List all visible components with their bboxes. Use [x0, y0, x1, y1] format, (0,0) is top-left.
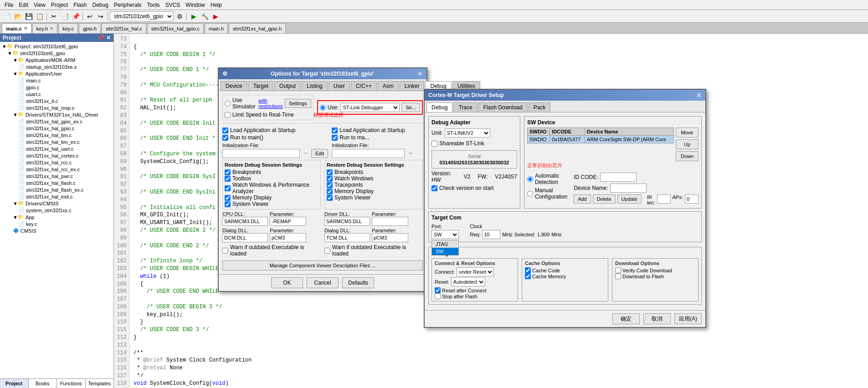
port-select[interactable]: SW JTAG [431, 230, 459, 239]
debugger-settings-btn[interactable]: Se... [401, 103, 420, 112]
tree-item-hal-rcc-ex[interactable]: 📄 stm32f1xx_hal_rcc_ex.c [1, 166, 113, 173]
menu-window[interactable]: Window [183, 1, 208, 9]
options-tab-cc[interactable]: C/C++ [351, 81, 377, 91]
limit-speed-cb[interactable] [225, 112, 231, 118]
options-tab-asm[interactable]: Asm [378, 81, 399, 91]
tree-item-hal-rcc[interactable]: 📄 stm32f1xx_hal_rcc.c [1, 159, 113, 166]
panel-pin-icon[interactable]: 📌 [98, 35, 104, 41]
auto-detect-radio[interactable] [527, 176, 533, 182]
cortex-tab-debug[interactable]: Debug [426, 102, 452, 112]
sysviewer-cb2[interactable] [327, 195, 333, 201]
trace-cb[interactable] [327, 182, 333, 188]
cortex-ok-btn[interactable]: 确定 [612, 313, 640, 324]
restrictions-link[interactable]: with restrictions [258, 98, 283, 109]
watch-cb[interactable] [225, 185, 231, 191]
tab-stm32-hal-gpio-c[interactable]: stm32f1xx_hal_gpio.c [147, 23, 204, 33]
watch-cb2[interactable] [327, 176, 333, 182]
tree-item-root[interactable]: ▼ 📁 Project: stm32f103zet6_gpio [1, 43, 113, 50]
options-defaults-btn[interactable]: Defaults [342, 277, 374, 288]
cortex-close-btn[interactable]: ✕ [696, 92, 702, 99]
debugger-select[interactable]: ST-Link Debugger [340, 103, 400, 112]
tree-item-app-user[interactable]: ▼ 📁 Application/User [1, 70, 113, 77]
use-debugger-radio[interactable] [320, 105, 326, 111]
tree-item-app[interactable]: ▼ 📁 App [1, 214, 113, 220]
jtag-option[interactable]: JTAG [432, 240, 458, 248]
menu-flash[interactable]: Flash [71, 1, 89, 9]
tab-key-h[interactable]: key.h ✕ [32, 23, 57, 33]
tab-main-h[interactable]: main.h [205, 23, 228, 33]
menu-edit[interactable]: Edit [16, 1, 31, 9]
tree-item-hal-uart[interactable]: 📄 stm32f1xx_hal_uart.c [1, 145, 113, 152]
tree-item-gpio-ex[interactable]: 📄 stm32f1xx_hal_gpio_ex.c [1, 118, 113, 125]
tree-item-key[interactable]: 📄 key.c [1, 220, 113, 227]
options-tab-linker[interactable]: Linker [400, 81, 425, 91]
panel-tab-project[interactable]: Project [0, 379, 29, 388]
copy-btn[interactable]: 📑 [60, 11, 70, 21]
tab-main-c[interactable]: main.c ✕ [2, 23, 31, 33]
delete-device-btn[interactable]: Delete [593, 194, 616, 204]
tree-item-hal-cortex[interactable]: 📄 stm32f1xx_hal_cortex.c [1, 152, 113, 159]
sw-device-row[interactable]: SWDIO 0x1BA01477 ARM CoreSight SW-DP (AR… [528, 136, 674, 143]
new-btn[interactable]: 📄 [2, 11, 12, 21]
cache-memory-cb[interactable] [525, 273, 531, 279]
menu-debug[interactable]: Debug [90, 1, 111, 9]
options-cancel-btn[interactable]: Cancel [307, 277, 339, 288]
tree-item-hal-driver[interactable]: ▼ 📁 Drivers/STM32F1xx_HAL_Driver [1, 111, 113, 118]
init-file-input2[interactable] [332, 149, 405, 158]
tree-item-stm32-it[interactable]: 📄 stm32f1xx_it.c [1, 97, 113, 104]
toolbox-cb[interactable] [225, 176, 231, 182]
manage-component-btn[interactable]: Manage Component Viewer Description File… [222, 260, 423, 271]
update-device-btn[interactable]: Update [617, 194, 642, 204]
tree-item-hal-flash-ex[interactable]: 📄 stm32f1xx_hal_flash_ex.c [1, 186, 113, 193]
load-app-cb[interactable] [222, 128, 228, 133]
memory-cb2[interactable] [327, 189, 333, 194]
cache-code-cb[interactable] [525, 267, 531, 273]
menu-file[interactable]: File [2, 1, 16, 9]
paste-btn[interactable]: 📌 [71, 11, 81, 21]
memory-cb[interactable] [225, 195, 231, 201]
tree-item-mdk[interactable]: ▼ 📁 Application/MDK-ARM [1, 56, 113, 63]
tree-item-hal-tim[interactable]: 📄 stm32f1xx_hal_tim.c [1, 132, 113, 138]
panel-tab-templates[interactable]: Templates [86, 379, 114, 388]
build-btn[interactable]: ▶ [189, 11, 199, 21]
menu-project[interactable]: Project [48, 1, 71, 9]
tab-main-c-close[interactable]: ✕ [24, 26, 27, 31]
cortex-apply-btn[interactable]: 应用(A) [674, 313, 702, 324]
tree-item-hal-msp[interactable]: 📄 stm32f1xx_hal_msp.c [1, 104, 113, 111]
save-btn[interactable]: 💾 [24, 11, 34, 21]
idcode-field[interactable] [600, 173, 637, 182]
redo-btn[interactable]: ↪ [96, 11, 106, 21]
open-btn[interactable]: 📂 [13, 11, 23, 21]
move-btn[interactable]: Move [676, 128, 699, 138]
tree-item-usart-c[interactable]: 📄 usart.c [1, 91, 113, 97]
driver-dll-input[interactable] [324, 217, 370, 226]
tree-item-hal-exti[interactable]: 📄 stm32f1xx_hal_exti.c [1, 193, 113, 200]
tree-item-gpio-c[interactable]: 📄 gpio.c [1, 84, 113, 91]
cortex-tab-flash[interactable]: Flash Download [478, 102, 528, 112]
tree-item-hal-pwr[interactable]: 📄 stm32f1xx_hal_pwr.c [1, 173, 113, 179]
breakpoints-cb[interactable] [225, 169, 231, 175]
tree-item-cmsis[interactable]: 🔷 CMSIS [1, 227, 113, 234]
run-to-main-cb2[interactable] [332, 135, 338, 141]
load-app-cb2[interactable] [332, 128, 338, 133]
options-tab-device[interactable]: Device [221, 81, 247, 91]
options-close-btn[interactable]: ✕ [417, 70, 423, 77]
cpu-param-input[interactable] [270, 217, 306, 226]
breakpoints-cb2[interactable] [327, 169, 333, 175]
tcm-dll-input[interactable] [324, 233, 370, 242]
connect-select[interactable]: under Reset [457, 267, 494, 276]
stop-after-flash-cb[interactable] [435, 293, 441, 299]
check-version-cb[interactable] [431, 185, 437, 191]
add-device-btn[interactable]: Add [574, 194, 591, 204]
cortex-tab-trace[interactable]: Trace [453, 102, 477, 112]
up-btn[interactable]: Up [676, 139, 699, 149]
options-tab-user[interactable]: User [329, 81, 350, 91]
tree-item-main-c[interactable]: 📄 main.c [1, 77, 113, 84]
run-to-main-cb[interactable] [222, 135, 228, 141]
panel-tab-functions[interactable]: Functions [57, 379, 86, 388]
tab-key-c[interactable]: key.c [58, 23, 78, 33]
reset-select[interactable]: Autodetect [451, 277, 485, 286]
tab-key-h-close[interactable]: ✕ [50, 26, 53, 31]
tcm-param-input[interactable] [372, 233, 408, 242]
tab-stm32-hal-c[interactable]: stm32f1xx_hal.c [102, 23, 146, 33]
